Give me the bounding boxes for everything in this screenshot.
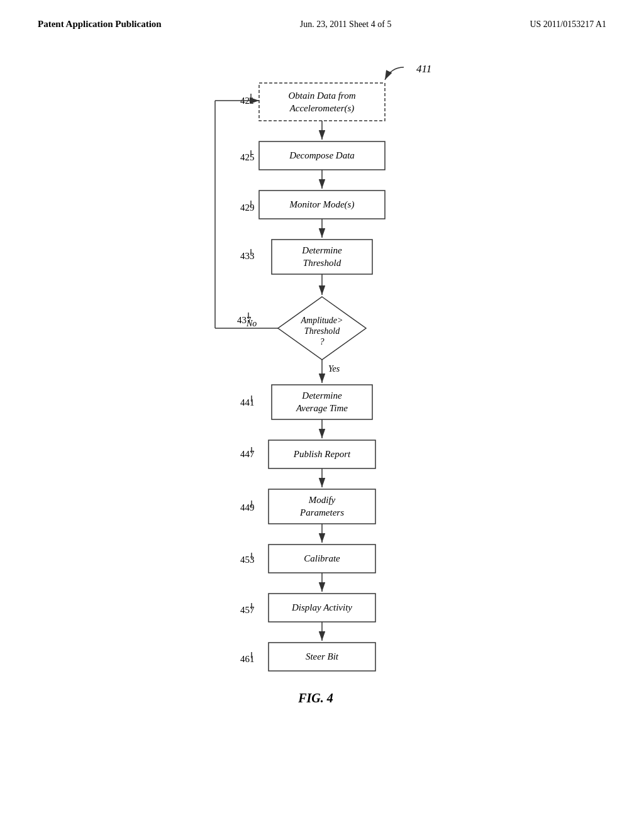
figure-caption: FIG. 4: [297, 691, 333, 705]
text-433-line1: Determine: [301, 245, 342, 255]
box-421: [259, 83, 385, 121]
step-label-433: 433: [240, 251, 255, 261]
text-433-line2: Threshold: [303, 258, 341, 268]
text-421-line1: Obtain Data from: [289, 91, 356, 101]
step-label-429: 429: [240, 202, 255, 213]
text-447: Publish Report: [293, 449, 351, 459]
text-425: Decompose Data: [289, 150, 355, 160]
yes-label: Yes: [328, 364, 340, 374]
text-441-line1: Determine: [301, 390, 342, 401]
step-label-447: 447: [240, 449, 255, 459]
step-label-449: 449: [240, 502, 255, 512]
text-461: Steer Bit: [306, 651, 339, 661]
diagram-svg: 411 421 Obtain Data from Accelerometer(s…: [102, 48, 542, 790]
text-441-line2: Average Time: [296, 403, 348, 413]
step-label-453: 453: [240, 555, 255, 565]
text-429: Monitor Mode(s): [289, 199, 355, 210]
step-label-441: 441: [240, 397, 255, 407]
diagram-container: 411 421 Obtain Data from Accelerometer(s…: [102, 48, 542, 790]
header: Patent Application Publication Jun. 23, …: [0, 0, 644, 30]
text-437-line3: ?: [320, 337, 325, 346]
step-label-461: 461: [240, 654, 255, 664]
page: Patent Application Publication Jun. 23, …: [0, 0, 644, 830]
header-right: US 2011/0153217 A1: [530, 19, 606, 30]
header-center: Jun. 23, 2011 Sheet 4 of 5: [300, 19, 392, 30]
text-437-line1: Amplitude>: [301, 316, 343, 325]
flow-arrow-411: [385, 67, 404, 80]
text-437-line2: Threshold: [304, 326, 340, 336]
text-421-line2: Accelerometer(s): [289, 103, 355, 114]
text-453: Calibrate: [304, 553, 340, 563]
text-449-line2: Parameters: [299, 507, 344, 517]
step-label-457: 457: [240, 605, 255, 615]
no-label: No: [246, 319, 257, 328]
text-449-line1: Modify: [308, 495, 336, 505]
flow-label-411: 411: [416, 63, 431, 75]
header-left: Patent Application Publication: [38, 19, 162, 30]
text-457: Display Activity: [291, 602, 352, 612]
step-label-425: 425: [240, 152, 255, 162]
